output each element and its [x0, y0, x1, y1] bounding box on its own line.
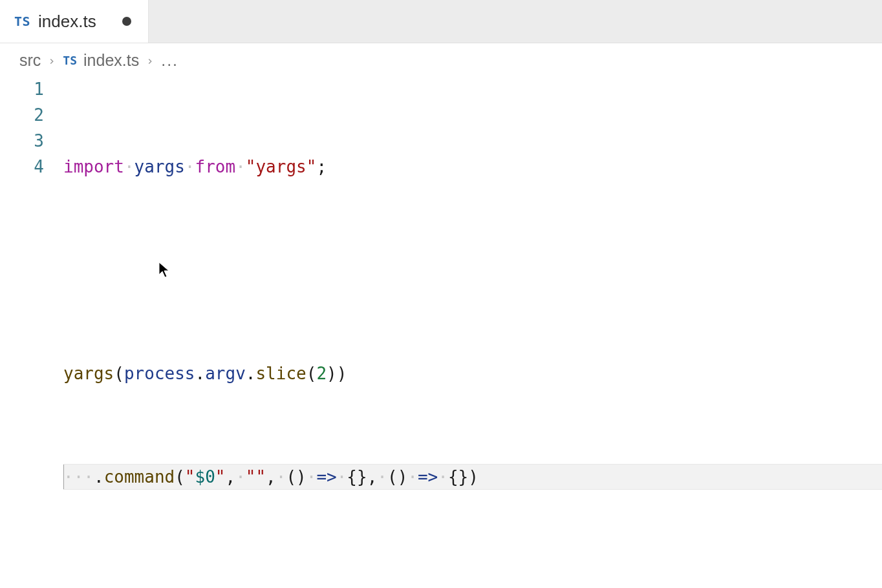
token-punct: .	[246, 361, 256, 386]
token-punct: ,	[266, 464, 276, 490]
code-line[interactable]: ···.command("$0",·"",·()·=>·{},·()·=>·{}…	[63, 464, 882, 490]
token-punct: (	[307, 361, 317, 386]
token-punct: ;	[316, 154, 327, 180]
whitespace-dot: ·	[124, 154, 134, 180]
token-string: ""	[246, 464, 266, 490]
token-call: yargs	[63, 361, 114, 386]
token-punct: .	[94, 464, 104, 490]
token-call: command	[104, 464, 175, 490]
token-punct: {}	[448, 464, 468, 490]
token-punct: ()	[286, 464, 306, 490]
token-string: "	[185, 464, 195, 490]
code-line[interactable]: import·yargs·from·"yargs";	[63, 154, 882, 180]
token-punct: ,	[367, 464, 378, 490]
typescript-icon: TS	[14, 14, 30, 29]
breadcrumb-segment[interactable]: src	[19, 51, 41, 70]
line-number: 2	[0, 102, 44, 128]
token-string: "	[215, 464, 226, 490]
token-punct: ,	[225, 464, 235, 490]
breadcrumb: src TS index.ts ...	[0, 43, 882, 76]
token-keyword: import	[63, 154, 124, 180]
token-keyword: from	[195, 154, 236, 180]
token-string: "yargs"	[246, 154, 317, 180]
token-punct: (	[175, 464, 185, 490]
cursor-icon	[63, 465, 64, 489]
code-line[interactable]	[63, 257, 882, 283]
code-area[interactable]: import·yargs·from·"yargs"; yargs(process…	[63, 76, 882, 541]
breadcrumb-segment[interactable]: index.ts	[83, 51, 139, 70]
typescript-icon: TS	[63, 54, 77, 67]
whitespace-dot: ·	[377, 464, 387, 490]
line-number: 1	[0, 76, 44, 102]
token-call: slice	[255, 361, 306, 386]
code-line[interactable]: yargs(process.argv.slice(2))	[63, 361, 882, 386]
unsaved-dot-icon	[122, 17, 131, 26]
editor-tab[interactable]: TS index.ts	[0, 0, 149, 43]
token-number: 2	[316, 361, 327, 386]
whitespace-dot: ·	[407, 464, 418, 490]
chevron-right-icon	[145, 51, 155, 70]
token-arrow: =>	[418, 464, 438, 490]
tab-filename: index.ts	[38, 12, 96, 32]
whitespace-dot: ·	[337, 464, 347, 490]
token-identifier: process	[124, 361, 195, 386]
line-number-gutter: 1 2 3 4	[0, 76, 63, 541]
token-punct: (	[114, 361, 124, 386]
tab-bar: TS index.ts	[0, 0, 882, 43]
whitespace-dot: ···	[63, 464, 94, 490]
token-arrow: =>	[316, 464, 336, 490]
whitespace-dot: ·	[185, 154, 195, 180]
token-identifier: yargs	[134, 154, 185, 180]
code-editor[interactable]: 1 2 3 4 import·yargs·from·"yargs"; yargs…	[0, 76, 882, 541]
chevron-right-icon	[47, 51, 56, 70]
token-punct: )	[327, 361, 337, 386]
token-punct: ()	[387, 464, 407, 490]
token-punct: .	[195, 361, 206, 386]
whitespace-dot: ·	[307, 464, 317, 490]
whitespace-dot: ·	[276, 464, 286, 490]
token-punct: )	[468, 464, 479, 490]
token-punct: {}	[347, 464, 367, 490]
whitespace-dot: ·	[438, 464, 448, 490]
token-string-variable: $0	[195, 464, 215, 490]
token-identifier: argv	[205, 361, 246, 386]
whitespace-dot: ·	[235, 154, 246, 180]
line-number: 3	[0, 128, 44, 154]
line-number: 4	[0, 154, 44, 180]
breadcrumb-overflow[interactable]: ...	[161, 51, 178, 70]
token-punct: )	[337, 361, 347, 386]
whitespace-dot: ·	[235, 464, 246, 490]
